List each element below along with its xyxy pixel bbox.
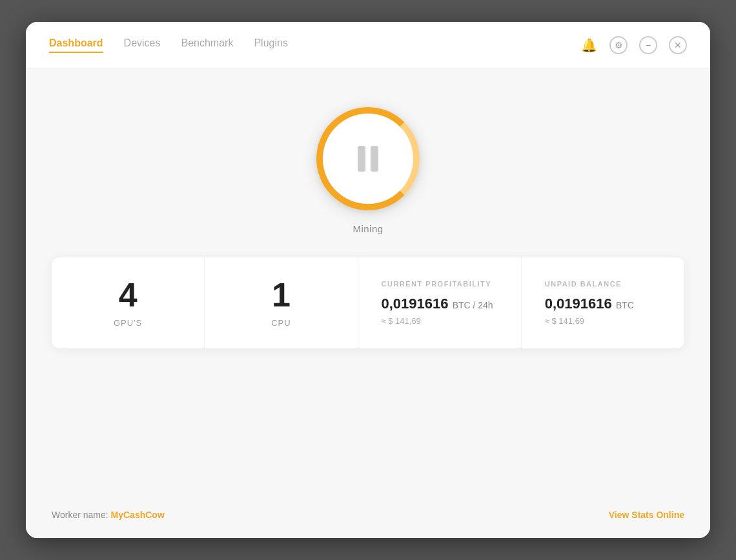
header-actions: 🔔 ⚙ − ✕ [580,36,687,54]
mining-button-container: Mining [316,107,420,234]
stats-row: 4 GPU'S 1 CPU CURRENT PROFITABILITY 0,01… [52,257,684,348]
close-icon[interactable]: ✕ [669,36,687,54]
balance-title: UNPAID BALANCE [545,280,622,288]
minimize-icon[interactable]: − [639,36,657,54]
header: Dashboard Devices Benchmark Plugins 🔔 ⚙ … [26,22,710,68]
profitability-approx: ≈ $ 141,69 [382,316,421,326]
stat-card-gpu: 4 GPU'S [52,257,205,348]
stat-card-cpu: 1 CPU [205,257,358,348]
balance-unit: BTC [616,300,634,310]
profitability-unit: BTC / 24h [453,300,493,310]
main-nav: Dashboard Devices Benchmark Plugins [49,37,288,53]
main-content: Mining 4 GPU'S 1 CPU CURRENT PROFITABILI… [26,68,710,497]
balance-value: 0,0191616 BTC [545,295,634,312]
balance-approx: ≈ $ 141,69 [545,316,584,326]
gpu-count: 4 [119,278,138,312]
mining-ring [316,107,420,210]
nav-plugins[interactable]: Plugins [254,37,287,53]
cpu-label: CPU [271,318,291,328]
gpu-label: GPU'S [114,318,142,328]
worker-name-value: MyCashCow [111,510,165,520]
mining-toggle-button[interactable] [316,107,420,210]
stat-card-profitability: CURRENT PROFITABILITY 0,0191616 BTC / 24… [358,257,522,348]
app-window: Dashboard Devices Benchmark Plugins 🔔 ⚙ … [26,22,710,538]
nav-devices[interactable]: Devices [124,37,161,53]
notification-icon[interactable]: 🔔 [580,36,598,54]
nav-dashboard[interactable]: Dashboard [49,37,103,53]
view-stats-link[interactable]: View Stats Online [609,510,684,520]
nav-benchmark[interactable]: Benchmark [181,37,233,53]
mining-status-label: Mining [353,223,383,234]
footer: Worker name: MyCashCow View Stats Online [26,497,710,538]
stat-card-balance: UNPAID BALANCE 0,0191616 BTC ≈ $ 141,69 [522,257,684,348]
profitability-value: 0,0191616 BTC / 24h [382,295,493,312]
worker-name-label: Worker name: MyCashCow [52,510,165,520]
cpu-count: 1 [272,278,291,312]
settings-icon[interactable]: ⚙ [609,36,628,54]
profitability-title: CURRENT PROFITABILITY [382,280,492,288]
